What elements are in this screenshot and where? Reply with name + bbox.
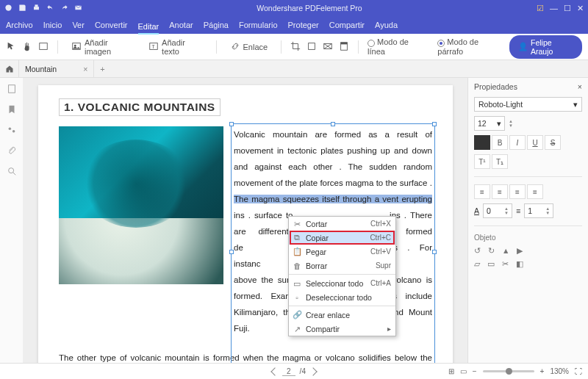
thumbnails-panel-icon[interactable]	[5, 82, 18, 95]
strikethrough-button[interactable]: S	[545, 135, 561, 150]
rotate-right-icon[interactable]: ↻	[488, 246, 495, 255]
italic-button[interactable]: I	[509, 135, 526, 150]
zoom-value[interactable]: 130%	[550, 367, 569, 375]
fit-page-icon[interactable]: ▭	[460, 367, 467, 375]
ctx-create-link[interactable]: 🔗Crear enlace	[289, 308, 395, 322]
share-icon: ↗	[292, 325, 302, 333]
menu-anotar[interactable]: Anotar	[169, 18, 193, 32]
ctx-select-all[interactable]: ▭Seleccionar todoCtrl+A	[289, 276, 395, 290]
svg-point-14	[8, 128, 11, 131]
link-icon: 🔗	[292, 310, 302, 320]
close-tab-icon[interactable]: ×	[83, 65, 87, 73]
line-spacing-icon: ≡	[516, 206, 520, 215]
edit-tool-icon[interactable]	[38, 41, 49, 53]
properties-title: Propiedades	[474, 82, 517, 91]
header-footer-tool-icon[interactable]	[339, 41, 349, 53]
crop-image-icon[interactable]: ✂	[502, 259, 509, 268]
svg-rect-9	[309, 43, 315, 49]
underline-button[interactable]: U	[527, 135, 543, 150]
save-icon[interactable]	[18, 4, 26, 13]
flip-horizontal-icon[interactable]: ▶	[517, 246, 523, 255]
document-tab[interactable]: Mountain×	[19, 60, 94, 77]
print-icon[interactable]	[32, 4, 40, 13]
align-justify-button[interactable]: ≡	[527, 184, 543, 199]
ctx-cut[interactable]: ✂CortarCtrl+X	[289, 217, 395, 231]
fit-width-icon[interactable]: ⊞	[448, 367, 454, 375]
align-right-button[interactable]: ≡	[509, 184, 526, 199]
line-spacing-input[interactable]: 1▲▼	[524, 203, 553, 218]
svg-rect-13	[8, 85, 15, 93]
menu-inicio[interactable]: Inicio	[43, 18, 62, 32]
close-window-icon[interactable]: ✕	[577, 4, 584, 13]
svg-rect-12	[341, 42, 348, 44]
user-account-pill[interactable]: 👤Felipe Araujo	[509, 35, 582, 59]
page-number[interactable]: 2	[282, 367, 295, 376]
attachments-panel-icon[interactable]	[5, 144, 18, 157]
svg-point-15	[12, 130, 15, 133]
minimize-icon[interactable]: —	[550, 4, 558, 12]
fullscreen-icon[interactable]: ⛶	[575, 367, 582, 375]
menu-convertir[interactable]: Convertir	[95, 18, 128, 32]
zoom-slider[interactable]	[483, 370, 534, 372]
ctx-share[interactable]: ↗Compartir▸	[289, 322, 395, 336]
prev-page-icon[interactable]	[270, 367, 279, 375]
flip-vertical-icon[interactable]: ▲	[502, 246, 509, 255]
menu-proteger[interactable]: Proteger	[288, 18, 319, 32]
new-tab-button[interactable]: +	[94, 60, 110, 77]
copy-icon: ⧉	[292, 233, 302, 242]
add-image-button[interactable]: Añadir imagen	[67, 35, 138, 59]
comments-panel-icon[interactable]	[5, 123, 18, 137]
replace-image-icon[interactable]: ▱	[474, 259, 480, 268]
align-left-button[interactable]: ≡	[474, 184, 490, 199]
font-family-select[interactable]: Roboto-Light▾	[474, 97, 582, 112]
crop-tool-icon[interactable]	[290, 41, 301, 53]
hand-tool-icon[interactable]	[22, 41, 32, 53]
ctx-copy[interactable]: ⧉CopiarCtrl+C	[289, 231, 395, 245]
text-color-button[interactable]	[474, 135, 490, 150]
font-size-stepper[interactable]: ▲▼	[509, 119, 513, 128]
add-text-button[interactable]: TAñadir texto	[144, 35, 207, 59]
svg-point-0	[5, 4, 11, 10]
next-page-icon[interactable]	[309, 367, 317, 375]
bold-button[interactable]: B	[492, 135, 508, 150]
mode-line-radio[interactable]: Modo de línea	[368, 37, 426, 55]
zoom-in-icon[interactable]: +	[540, 367, 545, 375]
watermark-tool-icon[interactable]	[306, 41, 317, 53]
undo-icon[interactable]	[46, 4, 54, 13]
extract-image-icon[interactable]: ▭	[487, 259, 495, 268]
menu-pagina[interactable]: Página	[204, 18, 229, 32]
background-tool-icon[interactable]	[323, 41, 333, 53]
ctx-paste[interactable]: 📋PegarCtrl+V	[289, 245, 395, 259]
link-button[interactable]: Enlace	[226, 38, 273, 56]
context-menu: ✂CortarCtrl+X ⧉CopiarCtrl+C 📋PegarCtrl+V…	[288, 216, 396, 336]
ctx-delete[interactable]: 🗑BorrarSupr	[289, 259, 395, 272]
align-center-button[interactable]: ≡	[492, 184, 508, 199]
char-spacing-input[interactable]: 0▲▼	[483, 203, 512, 218]
opacity-icon[interactable]: ◧	[516, 259, 523, 268]
bookmarks-panel-icon[interactable]	[5, 103, 18, 116]
menu-editar[interactable]: Editar	[138, 20, 159, 35]
menu-archivo[interactable]: Archivo	[6, 18, 33, 32]
mode-paragraph-radio[interactable]: Modo de párrafo	[437, 37, 503, 55]
menu-formulario[interactable]: Formulario	[239, 18, 278, 32]
home-tab-icon[interactable]	[0, 60, 19, 77]
zoom-out-icon[interactable]: −	[473, 367, 477, 375]
object-section-title: Objeto	[474, 234, 582, 242]
close-panel-icon[interactable]: ×	[578, 82, 582, 91]
search-panel-icon[interactable]	[5, 165, 18, 178]
pointer-tool-icon[interactable]	[6, 41, 16, 53]
notification-icon[interactable]: ☑	[537, 4, 544, 13]
font-size-input[interactable]: 12▾	[474, 116, 505, 131]
superscript-button[interactable]: T¹	[474, 154, 490, 169]
subscript-button[interactable]: T₁	[492, 154, 508, 169]
mail-icon[interactable]	[74, 4, 82, 13]
maximize-icon[interactable]: ☐	[564, 4, 571, 13]
redo-icon[interactable]	[60, 4, 68, 13]
ctx-deselect[interactable]: ▫Deseleccionar todo	[289, 290, 395, 304]
menu-ayuda[interactable]: Ayuda	[375, 18, 398, 32]
menu-compartir[interactable]: Compartir	[329, 18, 365, 32]
rotate-left-icon[interactable]: ↺	[474, 246, 481, 255]
menu-ver[interactable]: Ver	[72, 18, 85, 32]
select-all-icon: ▭	[292, 279, 302, 288]
document-image	[59, 126, 223, 284]
